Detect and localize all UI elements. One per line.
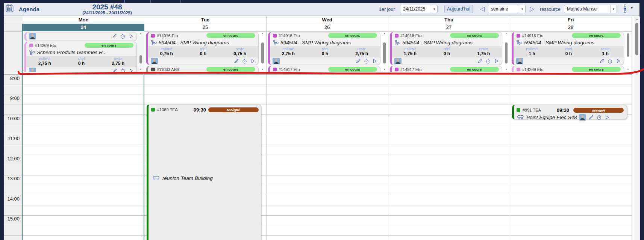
hours-label: reste bbox=[587, 47, 624, 51]
resource-select[interactable]: Mathéo Manse ▾ bbox=[564, 5, 617, 13]
scrollbar-thumb[interactable] bbox=[261, 42, 264, 63]
calendar-event-point-equipe[interactable]: #991 TEA 09:30 assigné Point Equipe Elec… bbox=[512, 105, 627, 119]
scroll-up-icon[interactable]: ▲ bbox=[383, 32, 386, 35]
scroll-down-icon[interactable]: ▼ bbox=[626, 68, 630, 71]
scrollbar[interactable]: ▲ ▼ bbox=[383, 32, 386, 71]
avatar bbox=[516, 58, 523, 64]
hours-value: 1 h bbox=[587, 51, 624, 56]
task-title: 594504 - SMP Wiring diagrams bbox=[524, 40, 594, 45]
scrollbar-thumb[interactable] bbox=[627, 33, 629, 57]
scroll-down-icon[interactable]: ▼ bbox=[383, 68, 386, 71]
scrollbar[interactable]: ▲ ▼ bbox=[626, 32, 630, 71]
chevron-down-icon[interactable]: ▾ bbox=[431, 5, 437, 13]
edit-icon[interactable] bbox=[477, 58, 483, 64]
scroll-down-icon[interactable]: ▼ bbox=[139, 68, 142, 71]
next-week-button[interactable]: ▷ bbox=[530, 5, 534, 13]
allday-area: #14916 Etu en cours 594504 - SMP Wiring … bbox=[510, 31, 632, 72]
day-name: Mon bbox=[23, 17, 144, 24]
task-header: #11033 ABS en cours bbox=[148, 66, 258, 72]
task-card[interactable]: #14917 Etu en cours bbox=[390, 66, 502, 72]
first-day-value[interactable]: 24/11/2025 bbox=[400, 6, 431, 12]
scrollbar[interactable]: ▲ ▼ bbox=[139, 32, 142, 71]
resource-select-value[interactable]: Mathéo Manse bbox=[564, 6, 610, 12]
day-number[interactable]: 25 bbox=[144, 24, 266, 31]
scroll-up-icon[interactable]: ▲ bbox=[505, 32, 508, 35]
task-card[interactable]: #14916 Etu en cours 594504 - SMP Wiring … bbox=[512, 32, 624, 65]
menu-icon[interactable] bbox=[624, 5, 627, 14]
timer-icon[interactable] bbox=[607, 58, 613, 64]
start-icon[interactable] bbox=[494, 58, 499, 64]
menu-caret-icon[interactable]: ▾ bbox=[631, 6, 633, 10]
scrollbar-thumb[interactable] bbox=[139, 55, 142, 63]
avatar bbox=[151, 58, 158, 64]
task-card[interactable]: #14916 Etu en cours 594504 - SMP Wiring … bbox=[146, 32, 259, 65]
timer-icon[interactable] bbox=[242, 58, 247, 64]
task-footer bbox=[514, 57, 624, 65]
view-select-value[interactable]: semaine bbox=[488, 6, 519, 12]
timer-icon[interactable] bbox=[485, 58, 491, 64]
task-hours: estimé1,75 h réel0 h reste1,75 h bbox=[392, 46, 502, 57]
edit-icon[interactable] bbox=[112, 33, 117, 39]
hours-label: réel bbox=[550, 47, 587, 51]
prev-week-button[interactable]: ◁ bbox=[480, 5, 485, 13]
scroll-down-icon[interactable]: ▼ bbox=[505, 68, 508, 71]
start-icon[interactable] bbox=[615, 58, 621, 64]
scrollbar-thumb[interactable] bbox=[635, 23, 638, 55]
timer-icon[interactable] bbox=[120, 68, 126, 72]
main-scrollbar[interactable]: ▲ bbox=[634, 17, 640, 240]
hours-label: estimé bbox=[26, 57, 63, 61]
status-badge: en cours bbox=[328, 33, 377, 38]
edit-icon[interactable] bbox=[112, 68, 117, 72]
status-badge: en cours bbox=[572, 33, 621, 38]
scrollbar[interactable]: ▲ ▼ bbox=[261, 32, 264, 71]
view-select[interactable]: semaine ▾ bbox=[488, 5, 526, 13]
task-card[interactable] bbox=[24, 32, 137, 41]
top-tick bbox=[150, 0, 151, 3]
hours-label: reste bbox=[100, 57, 136, 61]
task-card[interactable]: #14269 Etu en cours bbox=[512, 66, 624, 72]
day-column-tue: Tue 25 #14916 Etu en cours 594504 - SMP … bbox=[144, 17, 266, 72]
task-color-square bbox=[517, 68, 520, 71]
status-badge: en cours bbox=[206, 33, 255, 38]
task-color-square bbox=[273, 34, 277, 38]
edit-icon[interactable] bbox=[233, 58, 239, 64]
start-icon[interactable] bbox=[128, 68, 134, 72]
hours-value: 0,75 h bbox=[221, 51, 258, 56]
day-number[interactable]: 27 bbox=[388, 24, 510, 31]
start-icon[interactable] bbox=[372, 58, 377, 64]
task-card[interactable]: #14269 Etu en cours Schéma Produits Gamm… bbox=[24, 42, 137, 72]
scrollbar[interactable]: ▲ ▼ bbox=[505, 32, 508, 71]
scroll-up-icon[interactable]: ▲ bbox=[261, 32, 264, 35]
day-number[interactable]: 26 bbox=[266, 24, 388, 31]
task-card[interactable]: #11033 ABS en cours bbox=[146, 66, 259, 72]
timer-icon[interactable] bbox=[596, 115, 602, 120]
chevron-down-icon[interactable]: ▾ bbox=[519, 5, 525, 13]
scrollbar-thumb[interactable] bbox=[505, 42, 508, 63]
day-name: Wed bbox=[266, 17, 388, 24]
start-icon[interactable] bbox=[250, 58, 256, 64]
hours-value: 1 h bbox=[514, 51, 550, 56]
timer-icon[interactable] bbox=[364, 58, 369, 64]
day-number[interactable]: 28 bbox=[510, 24, 632, 31]
scroll-up-icon[interactable]: ▲ bbox=[634, 18, 640, 20]
day-number[interactable]: 24 bbox=[23, 24, 144, 31]
scroll-up-icon[interactable]: ▲ bbox=[139, 32, 142, 35]
task-footer bbox=[392, 57, 502, 65]
task-card[interactable]: #14916 Etu en cours 594504 - SMP Wiring … bbox=[268, 32, 380, 65]
scroll-down-icon[interactable]: ▼ bbox=[261, 68, 264, 71]
first-day-input[interactable]: 24/11/2025 ▾ bbox=[400, 5, 438, 13]
edit-icon[interactable] bbox=[355, 58, 361, 64]
edit-icon[interactable] bbox=[599, 58, 605, 64]
today-button[interactable]: Aujourd'hui bbox=[444, 5, 473, 13]
first-day-label: 1er jour bbox=[379, 7, 395, 12]
week-title: 2025 #48 bbox=[62, 3, 152, 11]
calendar-event-team-building[interactable]: #1069 TEA 09:30 assigné réunion Team Bui… bbox=[147, 104, 261, 240]
chevron-down-icon[interactable]: ▾ bbox=[610, 5, 617, 13]
scrollbar-thumb[interactable] bbox=[383, 42, 386, 63]
task-card[interactable]: #14917 Etu en cours bbox=[268, 66, 380, 72]
edit-icon[interactable] bbox=[588, 115, 594, 120]
task-card[interactable]: #14916 Etu en cours 594504 - SMP Wiring … bbox=[390, 32, 502, 65]
start-icon[interactable] bbox=[128, 33, 134, 39]
start-icon[interactable] bbox=[604, 115, 610, 120]
timer-icon[interactable] bbox=[120, 33, 126, 39]
